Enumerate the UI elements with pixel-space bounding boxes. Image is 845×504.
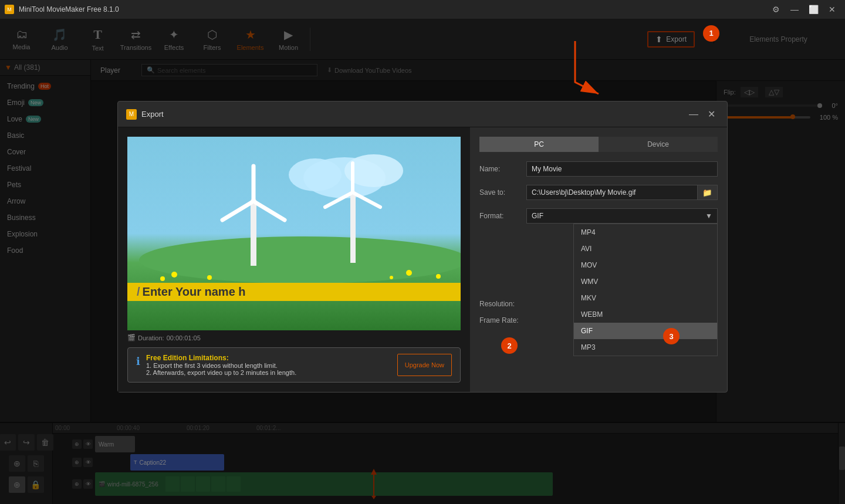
format-dropdown: MP4 AVI MOV WMV MKV WEBM GIF MP3 <box>573 224 718 356</box>
minimize-window-btn[interactable]: — <box>786 2 803 16</box>
format-selected-value: GIF <box>532 212 705 220</box>
modal-minimize-btn[interactable]: — <box>685 108 702 121</box>
svg-point-38 <box>436 274 441 279</box>
format-option-mp4[interactable]: MP4 <box>574 224 717 241</box>
window-controls: ⚙ — ⬜ ✕ <box>768 2 840 16</box>
save-to-input-group: 📁 <box>526 185 718 200</box>
annotation-1: 1 <box>703 25 719 42</box>
maximize-window-btn[interactable]: ⬜ <box>805 2 822 16</box>
svg-point-21 <box>139 236 461 283</box>
name-input[interactable] <box>526 161 718 177</box>
format-select-wrapper: GIF ▼ MP4 AVI MOV WMV MKV WEBM GIF <box>526 208 718 224</box>
resolution-label: Resolution: <box>479 300 526 308</box>
modal-title: Export <box>141 110 685 119</box>
frame-rate-label: Frame Rate: <box>479 316 526 324</box>
format-chevron-icon: ▼ <box>705 212 712 220</box>
tab-pc[interactable]: PC <box>479 137 599 152</box>
warning-line1: 1. Export the first 3 videos without len… <box>146 362 296 369</box>
format-option-gif[interactable]: GIF <box>574 323 717 339</box>
export-tabs: PC Device <box>479 137 718 152</box>
modal-video-caption: / Enter Your name h <box>127 283 461 301</box>
format-dropdown-trigger[interactable]: GIF ▼ <box>526 208 718 224</box>
duration-value: 00:00:01:05 <box>167 334 201 341</box>
app-icon: M <box>5 5 14 14</box>
svg-point-39 <box>160 276 165 281</box>
svg-point-37 <box>406 270 412 276</box>
modal-overlay: M Export — ✕ <box>0 19 845 504</box>
duration-label: Duration: <box>138 334 164 341</box>
modal-title-bar: M Export — ✕ <box>118 102 727 127</box>
modal-duration: 🎬 Duration: 00:00:01:05 <box>127 334 461 341</box>
annotation-3: 3 <box>663 328 680 344</box>
modal-close-btn[interactable]: ✕ <box>704 107 719 121</box>
svg-point-24 <box>289 158 342 191</box>
duration-icon: 🎬 <box>127 334 136 341</box>
settings-window-btn[interactable]: ⚙ <box>768 2 784 16</box>
app-title: MiniTool MovieMaker Free 8.1.0 <box>19 5 119 13</box>
close-window-btn[interactable]: ✕ <box>824 2 840 16</box>
title-bar: M MiniTool MovieMaker Free 8.1.0 ⚙ — ⬜ ✕ <box>0 0 845 19</box>
svg-point-40 <box>390 276 393 279</box>
annotation-2: 2 <box>501 337 518 354</box>
folder-browse-btn[interactable]: 📁 <box>698 185 718 200</box>
svg-rect-25 <box>251 201 256 266</box>
format-option-wmv[interactable]: WMV <box>574 273 717 290</box>
export-modal: M Export — ✕ <box>117 101 728 393</box>
format-option-mp3[interactable]: MP3 <box>574 339 717 356</box>
format-label: Format: <box>479 212 526 220</box>
name-row: Name: <box>479 161 718 177</box>
format-option-mov[interactable]: MOV <box>574 257 717 273</box>
modal-warning: ℹ Free Edition Limitations: 1. Export th… <box>127 347 461 383</box>
format-option-avi[interactable]: AVI <box>574 241 717 257</box>
modal-caption-text: Enter Your name h <box>143 285 246 299</box>
upgrade-now-btn[interactable]: Upgrade Now <box>397 354 452 376</box>
format-option-webm[interactable]: WEBM <box>574 306 717 323</box>
tab-device[interactable]: Device <box>599 137 718 152</box>
name-label: Name: <box>479 165 526 173</box>
svg-rect-30 <box>350 192 356 263</box>
format-option-mkv[interactable]: MKV <box>574 290 717 306</box>
save-to-input[interactable] <box>526 185 698 200</box>
format-row: Format: GIF ▼ MP4 AVI MOV WMV MKV <box>479 208 718 224</box>
warning-content: Free Edition Limitations: 1. Export the … <box>146 354 296 376</box>
warning-title: Free Edition Limitations: <box>146 354 296 362</box>
warning-icon: ℹ <box>136 355 140 376</box>
modal-preview: / Enter Your name h 🎬 Duration: 00:00:01… <box>118 127 470 392</box>
svg-point-36 <box>207 275 212 280</box>
save-to-row: Save to: 📁 <box>479 185 718 200</box>
title-bar-left: M MiniTool MovieMaker Free 8.1.0 <box>5 5 119 14</box>
save-to-label: Save to: <box>479 188 526 197</box>
modal-video-thumb: / Enter Your name h <box>127 137 461 330</box>
modal-caption-slash: / <box>137 285 140 299</box>
modal-app-icon: M <box>126 109 137 120</box>
modal-body: / Enter Your name h 🎬 Duration: 00:00:01… <box>118 127 727 392</box>
svg-point-35 <box>171 272 177 278</box>
warning-line2: 2. Afterwards, export video up to 2 minu… <box>146 369 296 376</box>
